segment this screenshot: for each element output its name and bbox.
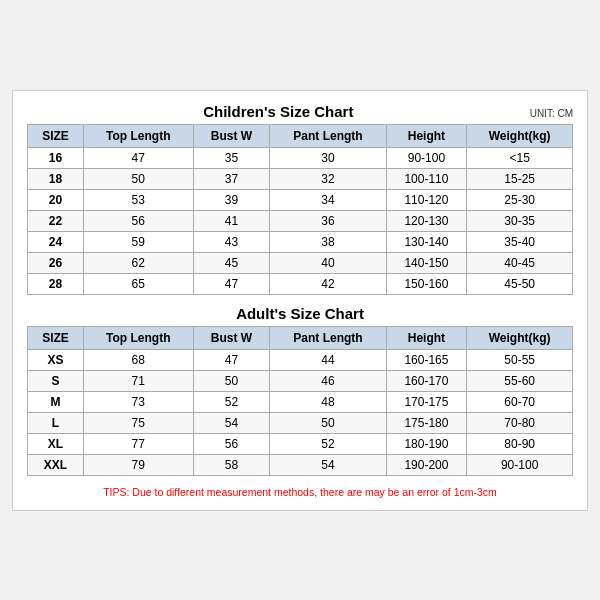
table-cell: 24 bbox=[28, 231, 84, 252]
adult-body: XS684744160-16550-55S715046160-17055-60M… bbox=[28, 349, 573, 475]
table-cell: 54 bbox=[193, 412, 270, 433]
table-cell: 48 bbox=[270, 391, 386, 412]
table-cell: XL bbox=[28, 433, 84, 454]
table-cell: 140-150 bbox=[386, 252, 467, 273]
table-cell: 90-100 bbox=[386, 147, 467, 168]
table-cell: 50-55 bbox=[467, 349, 573, 370]
table-row: 22564136120-13030-35 bbox=[28, 210, 573, 231]
table-cell: 90-100 bbox=[467, 454, 573, 475]
table-cell: 170-175 bbox=[386, 391, 467, 412]
children-col-pantlength: Pant Length bbox=[270, 124, 386, 147]
table-cell: 45-50 bbox=[467, 273, 573, 294]
table-cell: 43 bbox=[193, 231, 270, 252]
table-cell: 70-80 bbox=[467, 412, 573, 433]
table-cell: 35-40 bbox=[467, 231, 573, 252]
table-cell: <15 bbox=[467, 147, 573, 168]
table-cell: 16 bbox=[28, 147, 84, 168]
table-cell: 47 bbox=[84, 147, 193, 168]
table-cell: 79 bbox=[84, 454, 193, 475]
table-cell: 52 bbox=[270, 433, 386, 454]
table-cell: 25-30 bbox=[467, 189, 573, 210]
table-cell: 190-200 bbox=[386, 454, 467, 475]
table-cell: 46 bbox=[270, 370, 386, 391]
table-cell: 68 bbox=[84, 349, 193, 370]
table-cell: 56 bbox=[193, 433, 270, 454]
adult-table: SIZE Top Length Bust W Pant Length Heigh… bbox=[27, 326, 573, 476]
table-cell: L bbox=[28, 412, 84, 433]
table-cell: 56 bbox=[84, 210, 193, 231]
table-cell: 53 bbox=[84, 189, 193, 210]
table-cell: 58 bbox=[193, 454, 270, 475]
children-col-bustw: Bust W bbox=[193, 124, 270, 147]
table-cell: 42 bbox=[270, 273, 386, 294]
table-cell: 130-140 bbox=[386, 231, 467, 252]
table-cell: 55-60 bbox=[467, 370, 573, 391]
table-row: 26624540140-15040-45 bbox=[28, 252, 573, 273]
table-cell: 39 bbox=[193, 189, 270, 210]
table-row: L755450175-18070-80 bbox=[28, 412, 573, 433]
table-row: XS684744160-16550-55 bbox=[28, 349, 573, 370]
unit-label: UNIT: CM bbox=[530, 108, 573, 119]
table-cell: 47 bbox=[193, 273, 270, 294]
table-row: 24594338130-14035-40 bbox=[28, 231, 573, 252]
adult-title: Adult's Size Chart bbox=[27, 305, 573, 322]
children-col-weight: Weight(kg) bbox=[467, 124, 573, 147]
table-cell: 73 bbox=[84, 391, 193, 412]
table-row: S715046160-17055-60 bbox=[28, 370, 573, 391]
table-row: XL775652180-19080-90 bbox=[28, 433, 573, 454]
table-cell: 175-180 bbox=[386, 412, 467, 433]
adult-col-size: SIZE bbox=[28, 326, 84, 349]
table-cell: 77 bbox=[84, 433, 193, 454]
table-cell: 52 bbox=[193, 391, 270, 412]
table-row: 1647353090-100<15 bbox=[28, 147, 573, 168]
children-title: Children's Size Chart bbox=[27, 103, 530, 120]
table-cell: 110-120 bbox=[386, 189, 467, 210]
table-cell: 41 bbox=[193, 210, 270, 231]
size-chart-card: Children's Size Chart UNIT: CM SIZE Top … bbox=[12, 90, 588, 511]
adult-col-pantlength: Pant Length bbox=[270, 326, 386, 349]
table-cell: 59 bbox=[84, 231, 193, 252]
table-cell: XS bbox=[28, 349, 84, 370]
adult-col-toplength: Top Length bbox=[84, 326, 193, 349]
table-row: 18503732100-11015-25 bbox=[28, 168, 573, 189]
children-body: 1647353090-100<1518503732100-11015-25205… bbox=[28, 147, 573, 294]
children-title-row: Children's Size Chart UNIT: CM bbox=[27, 103, 573, 120]
table-row: 20533934110-12025-30 bbox=[28, 189, 573, 210]
table-cell: 26 bbox=[28, 252, 84, 273]
table-cell: 47 bbox=[193, 349, 270, 370]
table-cell: 30-35 bbox=[467, 210, 573, 231]
table-cell: 28 bbox=[28, 273, 84, 294]
table-cell: 32 bbox=[270, 168, 386, 189]
table-cell: XXL bbox=[28, 454, 84, 475]
table-cell: 34 bbox=[270, 189, 386, 210]
table-cell: 37 bbox=[193, 168, 270, 189]
children-table: SIZE Top Length Bust W Pant Length Heigh… bbox=[27, 124, 573, 295]
table-cell: 20 bbox=[28, 189, 84, 210]
table-cell: 180-190 bbox=[386, 433, 467, 454]
table-cell: 54 bbox=[270, 454, 386, 475]
table-cell: 44 bbox=[270, 349, 386, 370]
table-cell: 50 bbox=[193, 370, 270, 391]
table-cell: 36 bbox=[270, 210, 386, 231]
table-cell: S bbox=[28, 370, 84, 391]
table-cell: 71 bbox=[84, 370, 193, 391]
children-col-height: Height bbox=[386, 124, 467, 147]
adult-col-weight: Weight(kg) bbox=[467, 326, 573, 349]
children-header-row: SIZE Top Length Bust W Pant Length Heigh… bbox=[28, 124, 573, 147]
table-cell: 100-110 bbox=[386, 168, 467, 189]
children-col-toplength: Top Length bbox=[84, 124, 193, 147]
table-cell: 38 bbox=[270, 231, 386, 252]
table-row: M735248170-17560-70 bbox=[28, 391, 573, 412]
table-row: XXL795854190-20090-100 bbox=[28, 454, 573, 475]
table-cell: 45 bbox=[193, 252, 270, 273]
adult-title-row: Adult's Size Chart bbox=[27, 305, 573, 322]
table-cell: 150-160 bbox=[386, 273, 467, 294]
table-cell: 30 bbox=[270, 147, 386, 168]
table-cell: 65 bbox=[84, 273, 193, 294]
table-cell: 160-170 bbox=[386, 370, 467, 391]
table-cell: 35 bbox=[193, 147, 270, 168]
table-row: 28654742150-16045-50 bbox=[28, 273, 573, 294]
table-cell: 22 bbox=[28, 210, 84, 231]
children-col-size: SIZE bbox=[28, 124, 84, 147]
table-cell: 120-130 bbox=[386, 210, 467, 231]
